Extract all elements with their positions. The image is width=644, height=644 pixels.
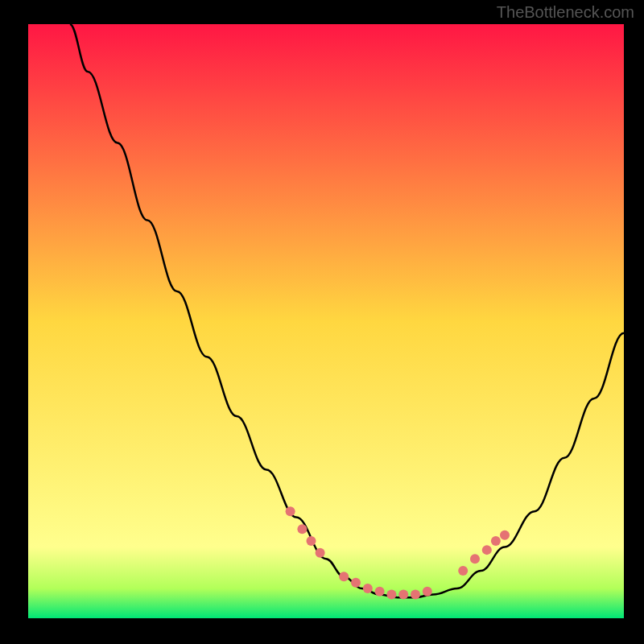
marker-dot [339,572,349,581]
marker-dot [500,530,510,540]
marker-dot [297,524,307,534]
watermark-text: TheBottleneck.com [497,3,634,22]
marker-dot [491,536,501,546]
chart-svg [0,0,644,644]
marker-dot [286,506,295,516]
marker-dot [458,566,468,576]
marker-dot [375,587,385,597]
plot-background [28,24,624,618]
marker-dot [470,554,480,564]
marker-dot [363,584,373,593]
marker-dot [398,589,408,599]
marker-dot [316,548,325,558]
marker-dot [411,589,420,599]
marker-dot [482,545,492,555]
marker-dot [386,589,396,599]
marker-dot [307,536,316,546]
marker-dot [423,587,432,597]
marker-dot [351,578,361,588]
